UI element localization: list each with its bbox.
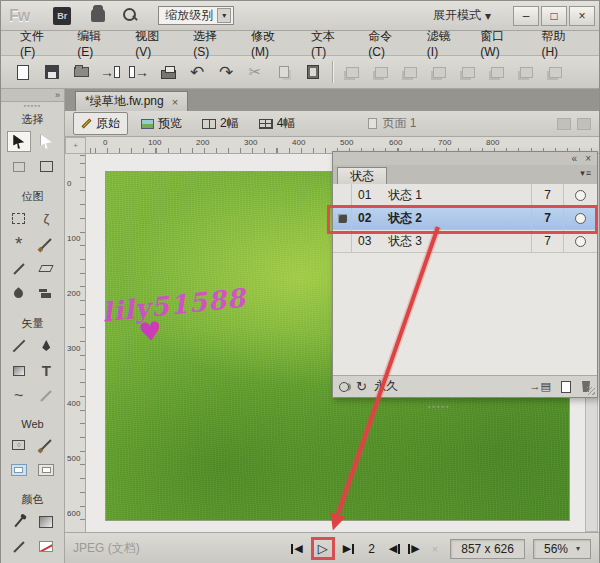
select-behind-tool-icon[interactable] — [7, 156, 31, 177]
open-folder-icon[interactable] — [71, 62, 91, 82]
pencil-tool-icon[interactable] — [7, 258, 31, 279]
two-up-view-button[interactable]: 2幅 — [195, 113, 246, 134]
new-state-icon[interactable] — [561, 381, 571, 393]
workspace-mode-switcher[interactable]: 展开模式 ▾ — [433, 7, 491, 24]
menu-edit[interactable]: 编辑(E) — [68, 25, 124, 62]
paste-icon[interactable] — [303, 62, 323, 82]
marquee-tool-icon[interactable] — [7, 208, 31, 229]
close-button[interactable]: × — [569, 6, 595, 26]
canvas-size-indicator[interactable]: 857 x 626 — [450, 539, 525, 559]
original-view-button[interactable]: 原始 — [73, 112, 128, 135]
chevron-down-icon: ▾ — [576, 544, 580, 553]
pen-tool-icon[interactable] — [34, 335, 58, 356]
export-icon[interactable]: → — [129, 62, 149, 82]
redo-icon[interactable]: ↷ — [216, 62, 236, 82]
menu-modify[interactable]: 修改(M) — [242, 25, 300, 62]
last-state-button[interactable]: ▶ — [343, 542, 354, 555]
import-icon[interactable]: → — [100, 62, 120, 82]
annotation-red-box-state-2 — [327, 205, 598, 234]
rubber-stamp-tool-icon[interactable] — [34, 283, 58, 304]
tools-panel: » ▪▪▪▪▪ 选择 位图 ζ * 矢量 — [1, 89, 65, 563]
state-radio[interactable] — [563, 184, 597, 206]
undo-icon[interactable]: ↶ — [187, 62, 207, 82]
fill-color-swatch[interactable] — [34, 536, 58, 557]
menu-file[interactable]: 文件(F) — [11, 25, 66, 62]
play-button[interactable]: ▷ — [318, 541, 328, 556]
menu-commands[interactable]: 命令(C) — [359, 25, 416, 62]
preview-view-button[interactable]: 预览 — [134, 113, 189, 134]
first-state-button[interactable]: ◀ — [291, 542, 302, 555]
four-pane-icon — [259, 119, 273, 129]
panel-resize-grip[interactable] — [587, 387, 595, 395]
text-tool-icon[interactable]: T — [34, 360, 58, 381]
hotspot-tool-icon[interactable]: ○ — [7, 434, 31, 455]
states-list-empty-area — [333, 253, 597, 375]
slice-tool-icon[interactable] — [34, 434, 58, 455]
document-tab[interactable]: *绿草地.fw.png × — [75, 91, 188, 111]
states-tab[interactable]: 状态 — [337, 167, 387, 184]
menu-filters[interactable]: 滤镜(I) — [418, 25, 470, 62]
blur-tool-icon[interactable] — [7, 283, 31, 304]
zoom-level-dropdown[interactable]: 缩放级别 ▾ — [158, 6, 234, 25]
lasso-tool-icon[interactable]: ζ — [34, 208, 58, 229]
gradient-tool-icon[interactable] — [34, 511, 58, 532]
tab-close-icon[interactable]: × — [172, 96, 178, 108]
menu-help[interactable]: 帮助(H) — [532, 25, 589, 62]
menu-view[interactable]: 视图(V) — [126, 25, 182, 62]
group-icon-disabled — [342, 62, 362, 82]
maximize-button[interactable]: □ — [541, 6, 567, 26]
print-icon[interactable] — [158, 62, 178, 82]
toolbar-divider — [332, 61, 333, 83]
state-row-1[interactable]: 01 状态 1 7 — [333, 184, 597, 207]
subselection-tool-icon[interactable] — [34, 131, 58, 152]
hand-tool-icon[interactable] — [91, 9, 105, 22]
states-list: 01 状态 1 7 02 状态 2 7 — [333, 184, 597, 253]
tools-panel-grip[interactable]: ▪▪▪▪▪ — [1, 102, 64, 109]
tools-panel-collapse-button[interactable]: » — [1, 89, 64, 102]
save-icon[interactable] — [42, 62, 62, 82]
onion-skinning-icon[interactable] — [339, 382, 349, 392]
previous-state-button[interactable]: ◀ — [389, 542, 400, 555]
four-up-view-button[interactable]: 4幅 — [252, 113, 303, 134]
menu-select[interactable]: 选择(S) — [184, 25, 240, 62]
hide-slices-button[interactable] — [7, 459, 31, 480]
rectangle-tool-icon[interactable] — [7, 360, 31, 381]
panel-menu-icon[interactable]: ▾≡ — [580, 168, 592, 178]
magnifier-icon[interactable] — [123, 8, 138, 23]
bring-front-icon-disabled — [458, 62, 478, 82]
freeform-tool-icon[interactable]: ~ — [7, 385, 31, 406]
panel-drag-dots[interactable]: ▪▪▪▪▪ — [428, 403, 450, 410]
zoom-level-selector[interactable]: 56% ▾ — [533, 539, 591, 559]
brush-tool-icon[interactable] — [34, 233, 58, 254]
crop-tool-icon[interactable] — [34, 156, 58, 177]
document-type-label: JPEG (文档) — [73, 540, 140, 557]
line-tool-icon[interactable] — [7, 335, 31, 356]
menu-window[interactable]: 窗口(W) — [471, 25, 530, 62]
tools-section-select-label: 选择 — [1, 109, 64, 129]
show-slices-button[interactable] — [34, 459, 58, 480]
pointer-tool-icon[interactable] — [7, 131, 31, 152]
minimize-button[interactable]: – — [513, 6, 539, 26]
states-panel-tabs: 状态 ▾≡ — [333, 165, 597, 184]
panel-close-icon[interactable]: × — [585, 153, 591, 164]
chevron-down-icon[interactable]: ▾ — [217, 8, 231, 23]
loop-icon[interactable]: ↻ — [356, 379, 367, 394]
states-panel-header: « × — [333, 152, 597, 165]
state-gutter — [333, 184, 352, 206]
distribute-to-states-icon[interactable]: →▤ — [530, 380, 551, 393]
bridge-icon[interactable]: Br — [53, 7, 71, 25]
menu-text[interactable]: 文本(T) — [302, 25, 357, 62]
eyedropper-tool-icon[interactable] — [7, 511, 31, 532]
magic-wand-tool-icon[interactable]: * — [7, 233, 31, 254]
states-panel-footer: ↻ 永久 →▤ — [333, 375, 597, 397]
page-indicator[interactable]: 页面 1 — [368, 115, 416, 132]
next-state-button[interactable]: ▶ — [408, 542, 419, 555]
document-tab-bar: *绿草地.fw.png × — [65, 89, 599, 111]
eraser-tool-icon[interactable] — [34, 258, 58, 279]
loop-forever-label[interactable]: 永久 — [374, 378, 398, 395]
stroke-color-icon[interactable] — [7, 536, 31, 557]
tools-section-color-label: 颜色 — [1, 489, 64, 509]
panel-collapse-icon[interactable]: « — [572, 153, 578, 164]
new-document-icon[interactable] — [13, 62, 33, 82]
workspace-mode-label: 展开模式 — [433, 7, 481, 24]
